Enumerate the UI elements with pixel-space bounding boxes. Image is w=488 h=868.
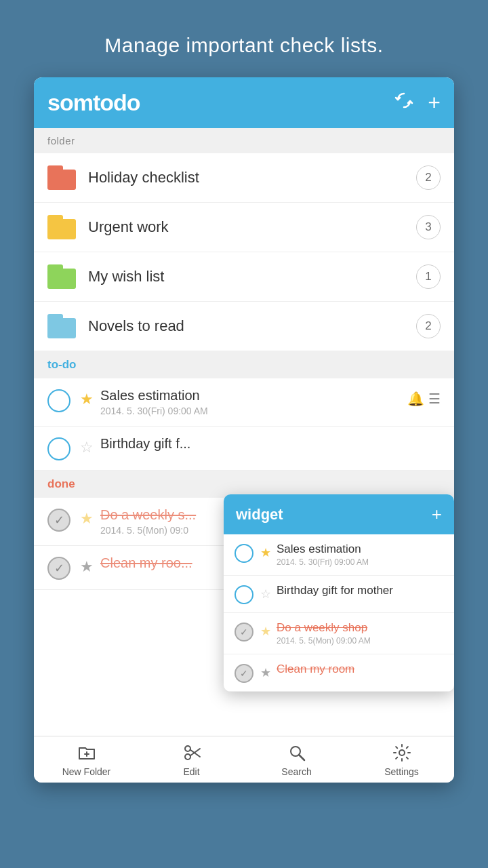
svg-line-4 (190, 750, 200, 757)
sync-icon[interactable] (394, 90, 414, 115)
todo-circle-birthday[interactable] (47, 437, 70, 460)
todo-title-sales: Sales estimation (100, 388, 401, 403)
widget-content-shop: Do a weekly shop 2014. 5. 5(Mon) 09:00 A… (277, 621, 443, 646)
tab-label-new-folder: New Folder (62, 766, 111, 777)
folder-item-novels[interactable]: Novels to read 2 (34, 302, 454, 351)
star-done-empty-room[interactable]: ★ (80, 558, 94, 576)
app-header: somtodo + (34, 77, 454, 128)
widget-title-sales: Sales estimation (277, 542, 443, 556)
folder-count-novels: 2 (416, 314, 441, 338)
main-content: folder Holiday checklist 2 Urgent work 3… (34, 128, 454, 736)
folder-count-wishlist: 1 (416, 264, 441, 289)
todo-content-birthday: Birthday gift f... (100, 436, 441, 452)
app-container: somtodo + folder Holiday checklist 2 (34, 77, 454, 783)
folder-icon-green (47, 264, 76, 289)
svg-point-2 (185, 754, 190, 760)
widget-circle-sales[interactable] (235, 544, 253, 563)
folder-item-urgent[interactable]: Urgent work 3 (34, 203, 454, 252)
widget-circle-shop[interactable]: ✓ (235, 623, 253, 642)
folder-icon-yellow (47, 215, 76, 239)
tab-edit[interactable]: Edit (139, 743, 244, 777)
widget-item-room[interactable]: ✓ ★ Clean my room (224, 654, 454, 692)
widget-date-sales: 2014. 5. 30(Fri) 09:00 AM (277, 557, 443, 567)
tab-new-folder[interactable]: New Folder (34, 743, 139, 777)
widget-content-sales: Sales estimation 2014. 5. 30(Fri) 09:00 … (277, 542, 443, 567)
widget-item-shop[interactable]: ✓ ★ Do a weekly shop 2014. 5. 5(Mon) 09:… (224, 613, 454, 654)
folder-item-holiday[interactable]: Holiday checklist 2 (34, 153, 454, 203)
widget-star-sales: ★ (260, 545, 271, 560)
widget-content-birthday: Birthday gift for mother (277, 584, 443, 597)
star-done-shop[interactable]: ★ (80, 510, 94, 528)
app-logo: somtodo (47, 90, 140, 116)
widget-item-birthday[interactable]: ☆ Birthday gift for mother (224, 576, 454, 613)
svg-point-8 (399, 750, 405, 755)
widget-title-room: Clean my room (277, 663, 443, 676)
widget-star-room: ★ (260, 665, 271, 680)
widget-star-shop: ★ (260, 624, 271, 639)
svg-line-7 (299, 755, 304, 760)
todo-title-birthday: Birthday gift f... (100, 436, 441, 452)
todo-badges-sales: 🔔 ☰ (407, 391, 441, 407)
folder-name-urgent: Urgent work (88, 218, 416, 236)
bell-icon: 🔔 (407, 391, 424, 407)
folder-name-wishlist: My wish list (88, 268, 416, 285)
todo-item-sales[interactable]: ★ Sales estimation 2014. 5. 30(Fri) 09:0… (34, 378, 454, 427)
app-tagline: Manage important check lists. (77, 0, 410, 77)
widget-title-birthday: Birthday gift for mother (277, 584, 443, 597)
tab-settings[interactable]: Settings (349, 743, 454, 777)
todo-content-sales: Sales estimation 2014. 5. 30(Fri) 09:00 … (100, 388, 401, 416)
folder-name-holiday: Holiday checklist (88, 169, 416, 186)
tab-search[interactable]: Search (244, 743, 349, 777)
widget-add-button[interactable]: + (432, 504, 442, 525)
widget-title: widget (236, 506, 283, 524)
search-icon (287, 743, 306, 762)
header-icons: + (394, 90, 441, 115)
todo-item-birthday[interactable]: ☆ Birthday gift f... (34, 427, 454, 471)
folder-item-wishlist[interactable]: My wish list 1 (34, 252, 454, 302)
new-folder-icon (77, 743, 96, 762)
widget-star-birthday: ☆ (260, 587, 271, 601)
folder-section-header: folder (34, 128, 454, 153)
todo-section-header: to-do (34, 351, 454, 378)
add-button[interactable]: + (428, 90, 441, 115)
tab-bar: New Folder Edit Search Settings (34, 736, 454, 783)
star-filled-sales[interactable]: ★ (80, 391, 94, 408)
widget-date-shop: 2014. 5. 5(Mon) 09:00 AM (277, 636, 443, 646)
widget-circle-room[interactable]: ✓ (235, 664, 253, 683)
settings-icon (392, 743, 411, 762)
tab-label-edit: Edit (183, 766, 199, 777)
list-icon: ☰ (428, 391, 441, 407)
svg-line-5 (190, 749, 200, 756)
folder-icon-blue (47, 314, 76, 338)
tab-label-search: Search (281, 766, 311, 777)
svg-point-3 (185, 746, 190, 751)
star-empty-birthday[interactable]: ☆ (80, 439, 94, 456)
folder-name-novels: Novels to read (88, 317, 416, 335)
scissors-icon (182, 743, 201, 762)
widget-overlay: widget + ★ Sales estimation 2014. 5. 30(… (224, 494, 454, 692)
widget-header: widget + (224, 494, 454, 534)
widget-item-sales[interactable]: ★ Sales estimation 2014. 5. 30(Fri) 09:0… (224, 534, 454, 576)
todo-date-sales: 2014. 5. 30(Fri) 09:00 AM (100, 406, 401, 416)
widget-title-shop: Do a weekly shop (277, 621, 443, 635)
widget-circle-birthday[interactable] (235, 585, 253, 604)
tab-label-settings: Settings (384, 766, 419, 777)
widget-content-room: Clean my room (277, 663, 443, 676)
folder-icon-red (47, 165, 76, 190)
folder-count-urgent: 3 (416, 215, 441, 239)
todo-circle-sales[interactable] (47, 389, 70, 412)
done-circle-room[interactable]: ✓ (47, 557, 70, 580)
done-circle-shop[interactable]: ✓ (47, 509, 70, 532)
folder-count-holiday: 2 (416, 165, 441, 190)
done-section-header: done (34, 471, 454, 498)
